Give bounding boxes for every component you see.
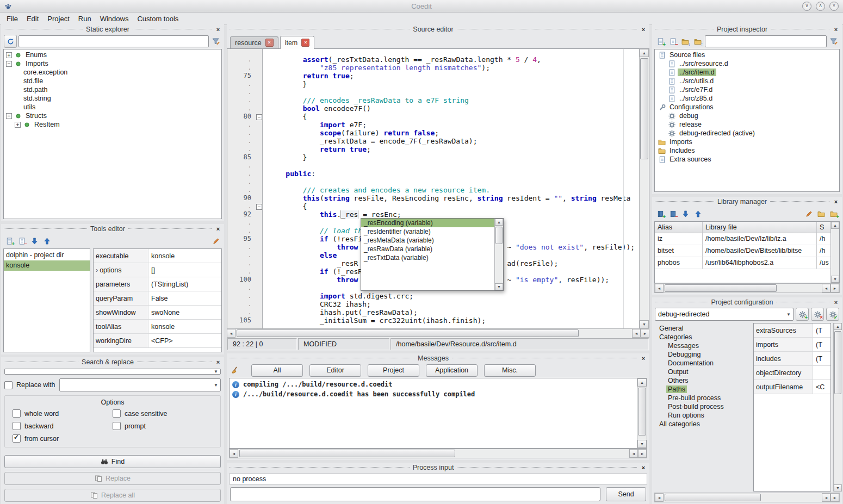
property-row[interactable]: workingDire<CFP>	[94, 334, 221, 348]
tree-expander-icon[interactable]: −	[6, 61, 12, 67]
window-maximize-icon[interactable]: ∧	[816, 2, 825, 11]
messages-horizontal-scrollbar[interactable]: ◄ ◄ ►	[229, 449, 647, 458]
config-category[interactable]: General	[654, 324, 751, 333]
dropdown-arrow-icon[interactable]: ▼	[784, 312, 793, 317]
static-explorer-item[interactable]: std.string	[4, 94, 221, 103]
static-explorer-item[interactable]: −Imports	[4, 59, 221, 68]
scroll-left-icon[interactable]: ◄	[655, 493, 664, 502]
tool-item[interactable]: dolphin - project dir	[4, 250, 90, 260]
scroll-track[interactable]	[495, 226, 503, 283]
close-tab-icon[interactable]: ×	[265, 39, 274, 47]
clear-messages-button[interactable]	[230, 365, 240, 376]
config-category[interactable]: Others	[654, 376, 751, 385]
completion-item[interactable]: _resIdentifier (variable)	[361, 227, 494, 236]
scroll-left-icon[interactable]: ◄	[632, 329, 641, 338]
config-category[interactable]: Pre-build process	[654, 394, 751, 402]
menu-windows[interactable]: Windows	[96, 14, 133, 24]
property-row[interactable]: queryParamFalse	[94, 291, 221, 306]
scroll-thumb[interactable]	[665, 494, 761, 501]
property-row[interactable]: imports(T	[754, 338, 830, 352]
move-tool-down-button[interactable]	[29, 235, 40, 246]
menu-run[interactable]: Run	[74, 14, 96, 24]
expand-property-icon[interactable]: ›	[96, 266, 98, 274]
config-category[interactable]: Output	[654, 368, 751, 376]
inspector-item[interactable]: Includes	[655, 146, 839, 155]
property-value[interactable]: konsole	[148, 252, 221, 260]
scroll-down-icon[interactable]: ▼	[831, 276, 839, 283]
edit-tool-button[interactable]	[210, 235, 221, 246]
add-library-folder-button[interactable]: +	[828, 208, 839, 219]
menu-edit[interactable]: Edit	[22, 14, 43, 24]
replace-with-checkbox[interactable]	[4, 381, 13, 389]
process-input-field[interactable]	[230, 487, 600, 501]
refresh-button[interactable]	[4, 35, 17, 48]
property-value[interactable]: swoNone	[148, 309, 221, 316]
scroll-thumb[interactable]	[665, 284, 777, 292]
remove-library-button[interactable]: −	[667, 208, 678, 219]
menu-project[interactable]: Project	[43, 14, 73, 24]
config-vertical-scrollbar[interactable]: ▲ ▼	[833, 323, 842, 491]
inspector-item[interactable]: Extra sources	[655, 155, 839, 164]
property-value[interactable]: (T	[813, 341, 830, 349]
inspector-item[interactable]: Configurations	[655, 103, 839, 111]
checkbox-icon[interactable]	[13, 409, 21, 418]
menu-custom-tools[interactable]: Custom tools	[133, 14, 183, 24]
filter-project[interactable]: Project	[368, 364, 419, 377]
inspector-item[interactable]: ../src/resource.d	[655, 59, 839, 68]
scroll-up-icon[interactable]: ▲	[495, 219, 503, 226]
dropdown-arrow-icon[interactable]: ▼	[212, 369, 220, 374]
scroll-down-icon[interactable]: ▼	[637, 440, 647, 448]
scroll-track[interactable]	[235, 329, 632, 338]
tab-item[interactable]: item ×	[280, 36, 315, 49]
edit-library-button[interactable]	[803, 208, 814, 219]
config-category[interactable]: Run options	[654, 411, 751, 420]
tab-resource[interactable]: resource ×	[230, 36, 278, 48]
scroll-left-icon[interactable]: ◄	[822, 284, 830, 293]
filter-misc[interactable]: Misc.	[484, 364, 536, 377]
config-category[interactable]: All categories	[654, 420, 751, 428]
add-tool-button[interactable]: +	[4, 235, 15, 246]
window-close-icon[interactable]: ×	[829, 2, 839, 11]
close-tab-icon[interactable]: ×	[301, 39, 309, 47]
library-vertical-scrollbar[interactable]: ▲ ▼	[830, 222, 839, 283]
inspector-item[interactable]: release	[655, 120, 839, 129]
property-row[interactable]: parameters(TStringList)	[94, 277, 221, 291]
scroll-left-icon[interactable]: ◄	[227, 329, 235, 338]
scroll-right-icon[interactable]: ►	[638, 449, 647, 458]
project-inspector-close-icon[interactable]: ×	[833, 26, 839, 33]
library-horizontal-scrollbar[interactable]: ◄ ◄ ►	[654, 283, 840, 293]
replace-button[interactable]: Replace	[4, 472, 221, 485]
scroll-down-icon[interactable]: ▼	[640, 320, 649, 328]
option-case-sensitive[interactable]: case sensitive	[113, 409, 213, 418]
tree-expander-icon[interactable]: +	[6, 52, 12, 58]
scroll-track[interactable]	[834, 330, 842, 484]
property-value[interactable]: False	[148, 295, 221, 302]
static-explorer-item[interactable]: +ResItem	[4, 120, 221, 129]
tools-editor-close-icon[interactable]: ×	[215, 226, 221, 232]
configuration-selector[interactable]: debug-redirected ▼	[655, 308, 794, 321]
scroll-thumb[interactable]	[237, 329, 579, 337]
completion-item[interactable]: _resTxtData (variable)	[361, 253, 494, 262]
scroll-left-icon[interactable]: ◄	[629, 449, 638, 458]
find-button[interactable]: Find	[4, 455, 221, 468]
property-value[interactable]: (T	[813, 327, 830, 334]
scroll-track[interactable]	[664, 493, 822, 502]
scroll-track[interactable]	[238, 449, 629, 458]
fold-marker-icon[interactable]: −	[256, 114, 262, 120]
scroll-thumb[interactable]	[638, 388, 646, 435]
property-row[interactable]: extraSources(T	[754, 323, 830, 338]
property-value[interactable]: konsole	[148, 323, 221, 331]
scroll-left-icon[interactable]: ◄	[230, 449, 238, 458]
filter-all[interactable]: All	[251, 364, 303, 377]
property-value[interactable]: (TStringList)	[148, 281, 221, 288]
replace-with-combobox[interactable]: ▼	[59, 378, 221, 391]
inspector-item[interactable]: ../src/item.d	[655, 68, 839, 77]
property-row[interactable]: ›options[]	[94, 263, 221, 277]
config-category[interactable]: Messages	[654, 341, 751, 350]
checkbox-icon[interactable]	[113, 422, 121, 430]
scroll-up-icon[interactable]: ▲	[640, 49, 649, 57]
scroll-track[interactable]	[640, 57, 649, 320]
inspector-item[interactable]: debug	[655, 111, 839, 120]
tree-expander-icon[interactable]: −	[6, 113, 12, 119]
option-backward[interactable]: backward	[13, 422, 113, 430]
